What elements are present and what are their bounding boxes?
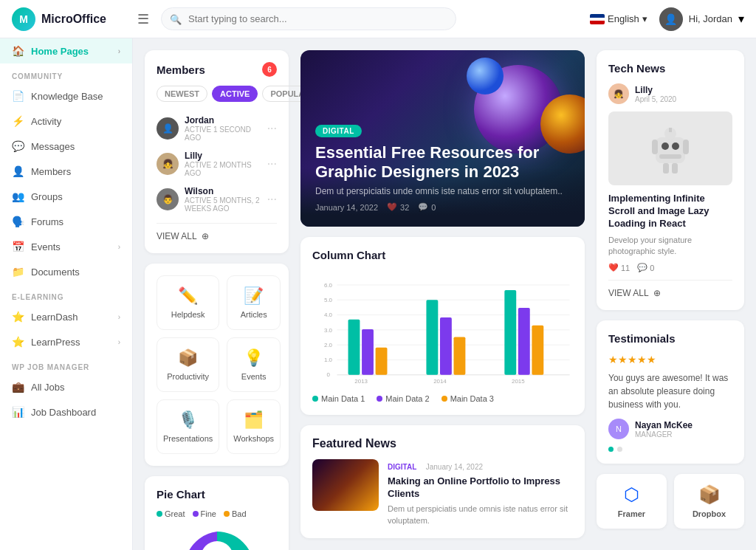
workshops-label: Workshops xyxy=(233,434,274,443)
member-dots-wilson[interactable]: ··· xyxy=(267,193,277,206)
svg-rect-29 xyxy=(672,142,679,150)
hero-description: Dem ut perspiciatis unde omnis iste natu… xyxy=(315,186,570,196)
quick-item-workshops[interactable]: 🗂️ Workshops xyxy=(227,399,281,454)
legend-label-great: Great xyxy=(165,509,185,518)
member-dots-jordan[interactable]: ··· xyxy=(267,122,277,135)
sidebar-item-home[interactable]: 🏠 Home Pages › xyxy=(0,38,132,63)
messages-icon: 💬 xyxy=(12,140,24,152)
members-card-header: Members 6 xyxy=(157,62,277,77)
tab-newest[interactable]: NEWEST xyxy=(157,86,207,102)
members-badge: 6 xyxy=(262,62,277,77)
carousel-dot-1[interactable] xyxy=(608,447,614,452)
pie-chart-title: Pie Chart xyxy=(157,488,277,501)
sidebar-item-forums[interactable]: 🗣️ Forums xyxy=(0,209,132,234)
sidebar-item-groups[interactable]: 👥 Groups xyxy=(0,184,132,209)
tech-article-desc: Develop your signature photographic styl… xyxy=(608,235,732,258)
chart-legend: Main Data 1 Main Data 2 Main Data 3 xyxy=(312,394,573,403)
comment-icon: 💬 xyxy=(418,202,428,212)
testimonial-text: You guys are awesome! It was an absolute… xyxy=(608,371,732,411)
forums-icon: 🗣️ xyxy=(12,216,24,227)
sidebar-item-job-dashboard[interactable]: 📊 Job Dashboard xyxy=(0,399,132,424)
svg-rect-34 xyxy=(669,128,672,132)
quick-item-productivity[interactable]: 📦 Productivity xyxy=(157,337,219,392)
sidebar-item-knowledge-base[interactable]: 📄 Knowledge Base xyxy=(0,83,132,109)
sidebar: 🏠 Home Pages › COMMUNITY 📄 Knowledge Bas… xyxy=(0,38,133,550)
tech-author-avatar: 👧 xyxy=(608,83,629,104)
tech-article-title: Implementing Infinite Scroll and Image L… xyxy=(608,193,732,230)
members-view-all[interactable]: VIEW ALL ⊕ xyxy=(157,223,277,241)
featured-news-title: Featured News xyxy=(312,437,573,450)
topbar: M MicroOffice ☰ 🔍 English ▾ 👤 Hi, Jordan… xyxy=(0,0,756,38)
svg-rect-18 xyxy=(426,300,438,375)
events-icon: 📅 xyxy=(12,241,24,252)
quick-item-articles[interactable]: 📝 Articles xyxy=(227,275,281,330)
framer-icon: ⬡ xyxy=(624,484,639,505)
language-selector[interactable]: English ▾ xyxy=(590,13,647,24)
members-card: Members 6 NEWEST ACTIVE POPULAR 👤 Jordan… xyxy=(145,50,289,253)
sidebar-item-members[interactable]: 👤 Members xyxy=(0,159,132,184)
hamburger-icon[interactable]: ☰ xyxy=(137,11,149,27)
testimonial-author: N Nayan McKee MANAGER xyxy=(608,419,732,439)
svg-text:0: 0 xyxy=(326,372,330,379)
svg-rect-21 xyxy=(504,290,516,375)
news-item-1: DIGITAL January 14, 2022 Making an Onlin… xyxy=(312,459,573,526)
quick-item-events[interactable]: 💡 Events xyxy=(227,337,281,392)
legend-great: Great xyxy=(157,509,185,518)
news-tag-1: DIGITAL xyxy=(388,463,416,471)
svg-rect-31 xyxy=(652,140,658,154)
pie-chart-card: Pie Chart Great Fine Bad xyxy=(145,476,289,550)
sidebar-label-documents: Documents xyxy=(31,267,80,278)
tech-view-all[interactable]: VIEW ALL ⊕ xyxy=(608,280,732,298)
tab-active[interactable]: ACTIVE xyxy=(212,86,258,102)
framer-label: Framer xyxy=(618,509,645,518)
carousel-dot-2[interactable] xyxy=(617,447,622,452)
search-input[interactable] xyxy=(161,7,456,30)
svg-text:2.0: 2.0 xyxy=(324,342,333,348)
member-row-lilly: 👧 Lilly ACTIVE 2 MONTHS AGO ··· xyxy=(157,146,277,182)
sidebar-label-messages: Messages xyxy=(31,141,75,152)
sidebar-item-learndash[interactable]: ⭐ LearnDash › xyxy=(0,304,132,329)
member-avatar-lilly: 👧 xyxy=(157,153,179,175)
legend-label-fine: Fine xyxy=(201,509,216,518)
sidebar-item-documents[interactable]: 📁 Documents xyxy=(0,259,132,284)
app-dropbox[interactable]: 📦 Dropbox xyxy=(674,474,744,529)
events-chevron-icon: › xyxy=(118,243,120,251)
member-dots-lilly[interactable]: ··· xyxy=(267,157,277,171)
sidebar-label-learndash: LearnDash xyxy=(31,312,78,323)
news-thumb-bg xyxy=(312,459,379,511)
chevron-right-icon: › xyxy=(118,47,120,55)
sidebar-label-events: Events xyxy=(31,241,61,252)
svg-rect-15 xyxy=(348,320,360,375)
sidebar-item-events[interactable]: 📅 Events › xyxy=(0,234,132,259)
sidebar-item-messages[interactable]: 💬 Messages xyxy=(0,134,132,159)
user-greeting: Hi, Jordan xyxy=(689,13,732,24)
topbar-right: English ▾ 👤 Hi, Jordan ▾ xyxy=(590,7,744,31)
quick-links-grid: ✏️ Helpdesk 📝 Articles 📦 Productivity 💡 … xyxy=(157,275,277,454)
hero-likes: ❤️ 32 xyxy=(387,202,409,212)
sidebar-label-activity: Activity xyxy=(31,116,61,127)
presentations-label: Presentations xyxy=(163,434,213,443)
svg-rect-19 xyxy=(440,318,452,376)
hero-meta: January 14, 2022 ❤️ 32 💬 0 xyxy=(315,202,570,212)
learndash-icon: ⭐ xyxy=(12,311,24,323)
chart-svg: 6.0 5.0 4.0 3.0 2.0 1.0 0 xyxy=(312,270,573,388)
sidebar-item-all-jobs[interactable]: 💼 All Jobs xyxy=(0,374,132,399)
articles-label: Articles xyxy=(241,310,267,319)
quick-item-presentations[interactable]: 🎙️ Presentations xyxy=(157,399,219,454)
quick-item-helpdesk[interactable]: ✏️ Helpdesk xyxy=(157,275,219,330)
sidebar-item-learnpress[interactable]: ⭐ LearnPress › xyxy=(0,329,132,354)
hero-planet-3 xyxy=(467,58,504,94)
legend-dot-great xyxy=(157,511,162,517)
dropbox-icon: 📦 xyxy=(698,484,721,505)
hero-comments: 💬 0 xyxy=(418,202,436,212)
member-status-lilly: ACTIVE 2 MONTHS AGO xyxy=(185,161,261,177)
sidebar-item-activity[interactable]: ⚡ Activity xyxy=(0,109,132,134)
legend-circle-3 xyxy=(441,396,447,402)
testimonial-author-role: MANAGER xyxy=(635,430,693,439)
user-area[interactable]: 👤 Hi, Jordan ▾ xyxy=(659,7,744,31)
members-icon: 👤 xyxy=(12,165,24,177)
chart-title: Column Chart xyxy=(312,249,573,261)
app-framer[interactable]: ⬡ Framer xyxy=(597,474,667,529)
bubble-icon: 💬 xyxy=(637,263,647,272)
legend-dot-fine xyxy=(193,511,199,517)
